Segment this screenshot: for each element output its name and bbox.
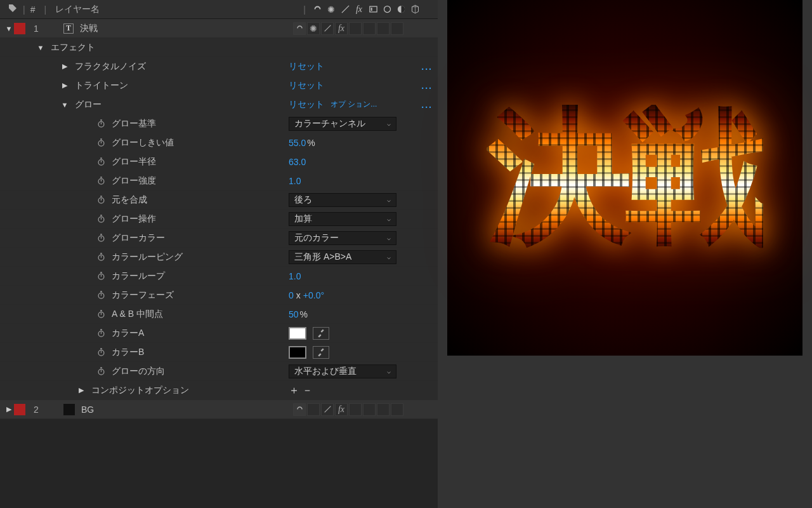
dropdown-composite-original[interactable]: 後ろ⌵ bbox=[289, 193, 396, 207]
quality-icon[interactable] bbox=[339, 3, 351, 16]
chevron-down-icon: ⌵ bbox=[387, 196, 391, 203]
stopwatch-icon[interactable] bbox=[95, 251, 107, 263]
shy-icon[interactable] bbox=[311, 3, 324, 16]
chevron-down-icon[interactable] bbox=[60, 101, 70, 109]
dropdown-glow-dimensions[interactable]: 水平および垂直⌵ bbox=[289, 364, 396, 378]
scrub-value-degrees[interactable]: +0.0° bbox=[303, 290, 324, 300]
svg-rect-23 bbox=[100, 234, 102, 235]
dropdown-glow-color[interactable]: 元のカラー⌵ bbox=[289, 231, 396, 245]
dropdown-glow-operation[interactable]: 加算⌵ bbox=[289, 212, 396, 226]
chevron-right-icon[interactable] bbox=[60, 81, 70, 90]
prop-label: グロー操作 bbox=[112, 213, 156, 225]
effects-group[interactable]: エフェクト bbox=[0, 38, 438, 57]
add-remove-icon[interactable]: ＋－ bbox=[289, 383, 315, 398]
chevron-right-icon[interactable] bbox=[76, 386, 86, 394]
prop-composite-original: 元を合成 後ろ⌵ bbox=[0, 190, 438, 210]
stopwatch-icon[interactable] bbox=[95, 309, 107, 320]
eyedropper-icon[interactable] bbox=[313, 346, 329, 359]
motion-blur-icon[interactable] bbox=[381, 3, 393, 16]
prop-glow-operation: グロー操作 加算⌵ bbox=[0, 210, 438, 229]
motion-blur-switch[interactable] bbox=[363, 403, 376, 416]
shy-switch[interactable] bbox=[293, 403, 306, 416]
value-suffix: % bbox=[300, 309, 308, 319]
quality-switch[interactable] bbox=[321, 22, 334, 35]
reset-link[interactable]: リセット bbox=[289, 80, 324, 91]
effect-name: フラクタルノイズ bbox=[75, 61, 146, 72]
column-layer-name[interactable]: レイヤー名 bbox=[55, 4, 100, 15]
svg-point-2 bbox=[384, 6, 390, 13]
3d-switch[interactable] bbox=[391, 403, 403, 416]
layer-row-1[interactable]: 1 T 決戦 ✺ fx bbox=[0, 19, 438, 38]
stopwatch-icon[interactable] bbox=[95, 213, 107, 225]
shy-switch[interactable] bbox=[293, 22, 306, 35]
stopwatch-icon[interactable] bbox=[95, 366, 107, 377]
reset-link[interactable]: リセット bbox=[289, 99, 324, 110]
stopwatch-icon[interactable] bbox=[95, 194, 107, 206]
prop-label: グロー半径 bbox=[112, 156, 156, 168]
fx-icon[interactable]: fx bbox=[353, 3, 365, 16]
prop-compositing-options[interactable]: コンポジットオプション ＋－ bbox=[0, 381, 438, 400]
column-number[interactable]: # bbox=[30, 4, 36, 15]
frame-blend-icon[interactable] bbox=[367, 3, 379, 16]
chevron-right-icon[interactable] bbox=[4, 405, 14, 413]
chevron-down-icon: ⌵ bbox=[387, 215, 391, 222]
3d-switch[interactable] bbox=[391, 22, 403, 35]
layer-name[interactable]: 決戦 bbox=[80, 23, 98, 34]
fx-switch[interactable]: fx bbox=[335, 403, 348, 416]
scrub-value[interactable]: 63.0 bbox=[289, 157, 306, 167]
layer-color-chip[interactable] bbox=[14, 404, 25, 415]
effect-tritone[interactable]: トライトーン リセット ... bbox=[0, 76, 438, 95]
effect-glow[interactable]: グロー リセット オプ ション... ... bbox=[0, 95, 438, 114]
more-options-icon[interactable]: ... bbox=[421, 100, 433, 110]
composition-preview[interactable]: 決戦 bbox=[438, 0, 812, 508]
stopwatch-icon[interactable] bbox=[95, 290, 107, 301]
chevron-right-icon[interactable] bbox=[60, 62, 70, 70]
adjustment-switch[interactable] bbox=[377, 403, 390, 416]
scrub-value[interactable]: 1.0 bbox=[289, 271, 301, 281]
more-options-icon[interactable]: ... bbox=[421, 62, 433, 72]
stopwatch-icon[interactable] bbox=[95, 118, 107, 130]
color-swatch-a[interactable] bbox=[289, 327, 306, 340]
svg-rect-29 bbox=[100, 272, 102, 273]
scrub-value[interactable]: 1.0 bbox=[289, 176, 301, 186]
stopwatch-icon[interactable] bbox=[95, 347, 107, 358]
more-options-icon[interactable]: ... bbox=[421, 81, 433, 91]
stopwatch-icon[interactable] bbox=[95, 175, 107, 187]
scrub-value[interactable]: 50 bbox=[289, 309, 299, 319]
reset-link[interactable]: リセット bbox=[289, 61, 324, 72]
chevron-down-icon[interactable] bbox=[4, 25, 14, 32]
eyedropper-icon[interactable] bbox=[313, 327, 329, 340]
stopwatch-icon[interactable] bbox=[95, 232, 107, 244]
svg-rect-5 bbox=[100, 119, 102, 121]
motion-blur-switch[interactable] bbox=[363, 22, 376, 35]
frame-blend-switch[interactable] bbox=[349, 403, 362, 416]
scrub-value[interactable]: 55.0 bbox=[289, 138, 306, 148]
prop-ab-midpoint: A & B 中間点 50% bbox=[0, 305, 438, 324]
stopwatch-icon[interactable] bbox=[95, 137, 107, 149]
label-icon[interactable] bbox=[8, 3, 18, 15]
effect-fractal-noise[interactable]: フラクタルノイズ リセット ... bbox=[0, 57, 438, 76]
chevron-down-icon[interactable] bbox=[36, 44, 46, 51]
svg-rect-38 bbox=[100, 329, 102, 330]
quality-switch[interactable] bbox=[321, 403, 334, 416]
stopwatch-icon[interactable] bbox=[95, 156, 107, 168]
color-swatch-b[interactable] bbox=[289, 346, 306, 359]
adjustment-switch[interactable] bbox=[377, 22, 390, 35]
collapse-trans-icon[interactable]: ✺ bbox=[325, 3, 337, 16]
layer-color-chip[interactable] bbox=[14, 23, 25, 34]
collapse-switch[interactable] bbox=[307, 403, 320, 416]
collapse-switch[interactable]: ✺ bbox=[307, 22, 320, 35]
frame-blend-switch[interactable] bbox=[349, 22, 362, 35]
layer-row-2[interactable]: 2 BG fx bbox=[0, 400, 438, 419]
stopwatch-icon[interactable] bbox=[95, 328, 107, 339]
svg-rect-26 bbox=[100, 253, 102, 254]
scrub-value-turns[interactable]: 0 bbox=[289, 290, 294, 300]
adjustment-icon[interactable] bbox=[395, 3, 407, 16]
dropdown-glow-basis[interactable]: カラーチャンネル⌵ bbox=[289, 117, 396, 131]
stopwatch-icon[interactable] bbox=[95, 271, 107, 282]
dropdown-color-looping[interactable]: 三角形 A>B>A⌵ bbox=[289, 250, 396, 264]
options-link[interactable]: オプ ション... bbox=[331, 99, 377, 110]
fx-switch[interactable]: fx bbox=[335, 22, 348, 35]
layer-name[interactable]: BG bbox=[81, 404, 94, 415]
3d-icon[interactable] bbox=[409, 3, 421, 16]
